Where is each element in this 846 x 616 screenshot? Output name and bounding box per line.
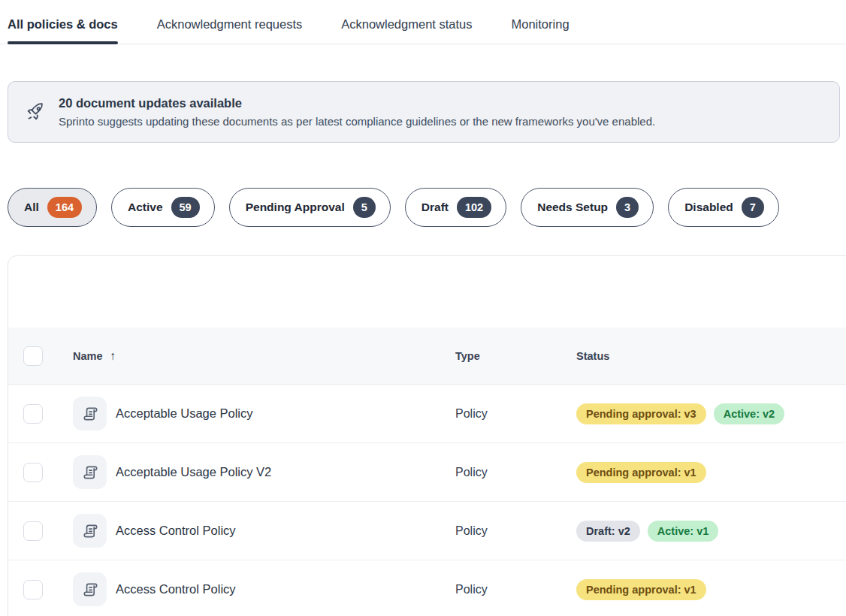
filter-label: Active (128, 201, 163, 214)
filter-label: Draft (421, 201, 449, 214)
filter-pill[interactable]: Active 59 (111, 188, 215, 227)
status-badge: Pending approval: v3 (576, 403, 706, 424)
table-row[interactable]: Access Control Policy Policy Pending app… (8, 560, 846, 616)
status-badge: Active: v1 (648, 521, 719, 542)
banner-text: 20 document updates available Sprinto su… (59, 96, 655, 128)
policy-name: Access Control Policy (116, 524, 236, 538)
tab-label: Monitoring (512, 17, 570, 31)
policies-page: All policies & docs Acknowledgment reque… (0, 0, 846, 616)
filter-pill[interactable]: Draft 102 (405, 188, 506, 227)
rocket-icon (25, 101, 46, 122)
tab[interactable]: Monitoring (512, 17, 570, 44)
column-label-type: Type (455, 350, 480, 362)
tab-label: All policies & docs (8, 17, 118, 31)
policies-table-card: Name ↑ Type Status (8, 255, 846, 616)
tab[interactable]: Acknowledgment requests (157, 17, 303, 44)
banner-title: 20 document updates available (59, 96, 655, 110)
table-body: Acceptable Usage Policy Policy Pending a… (8, 385, 846, 616)
policy-name: Acceptable Usage Policy V2 (116, 465, 271, 479)
tab-label: Acknowledgment status (341, 17, 472, 31)
filter-count-badge: 5 (353, 197, 376, 218)
policy-name: Acceptable Usage Policy (116, 406, 253, 421)
filter-label: Pending Approval (246, 201, 345, 214)
filter-count-badge: 164 (47, 197, 82, 218)
table-row[interactable]: Access Control Policy Policy Draft: v2 A… (8, 502, 846, 560)
filter-pill[interactable]: Disabled 7 (668, 188, 779, 227)
policy-type: Policy (455, 583, 488, 596)
row-checkbox[interactable] (23, 463, 43, 482)
scroll-document-icon (73, 572, 107, 606)
scroll-document-icon (73, 397, 107, 430)
table-row[interactable]: Acceptable Usage Policy V2 Policy Pendin… (8, 443, 846, 502)
column-header-name[interactable]: Name ↑ (73, 349, 116, 363)
policy-type: Policy (455, 407, 488, 421)
filter-count-badge: 7 (742, 197, 764, 218)
filter-label: All (24, 201, 39, 214)
table-row[interactable]: Acceptable Usage Policy Policy Pending a… (8, 385, 846, 443)
status-badge: Pending approval: v1 (576, 579, 706, 600)
filter-pill[interactable]: Pending Approval 5 (229, 188, 391, 227)
status-filter-bar: All 164 Active 59 Pending Approval 5 Dra… (8, 188, 846, 227)
policy-name: Access Control Policy (116, 582, 236, 596)
tab[interactable]: All policies & docs (8, 17, 118, 44)
tab[interactable]: Acknowledgment status (341, 17, 472, 44)
filter-pill[interactable]: Needs Setup 3 (521, 188, 654, 227)
policy-type: Policy (455, 524, 488, 538)
row-checkbox[interactable] (23, 580, 43, 599)
table-header-row: Name ↑ Type Status (8, 328, 846, 385)
row-checkbox[interactable] (23, 404, 43, 424)
status-badge: Draft: v2 (576, 521, 640, 542)
document-updates-banner[interactable]: 20 document updates available Sprinto su… (8, 81, 840, 143)
tab-label: Acknowledgment requests (157, 17, 303, 31)
filter-pill[interactable]: All 164 (8, 188, 97, 227)
scroll-document-icon (73, 455, 107, 489)
filter-count-badge: 102 (457, 197, 491, 218)
row-checkbox[interactable] (23, 521, 43, 541)
status-badge: Active: v2 (714, 403, 785, 424)
status-badge: Pending approval: v1 (576, 462, 706, 483)
scroll-document-icon (73, 514, 107, 548)
column-label-name: Name (73, 350, 103, 362)
select-all-checkbox[interactable] (23, 346, 43, 366)
filter-label: Needs Setup (537, 201, 608, 214)
filter-count-badge: 3 (616, 197, 639, 218)
column-label-status: Status (576, 350, 609, 362)
sort-ascending-icon: ↑ (110, 349, 116, 363)
filter-count-badge: 59 (171, 197, 200, 218)
banner-description: Sprinto suggests updating these document… (59, 115, 655, 128)
policy-type: Policy (455, 466, 488, 479)
table-toolbar (8, 256, 846, 328)
filter-label: Disabled (684, 201, 733, 214)
tab-bar: All policies & docs Acknowledgment reque… (0, 0, 846, 44)
